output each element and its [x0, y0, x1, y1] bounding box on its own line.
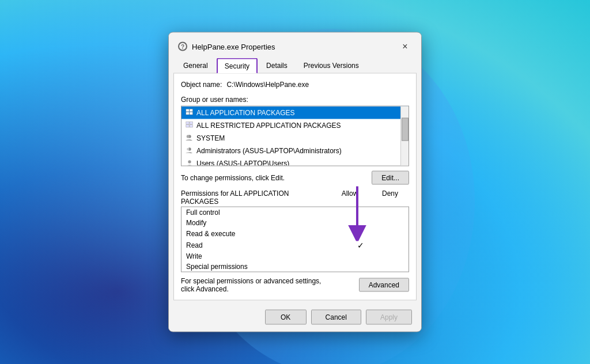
permissions-box: Full control Modify Read & execute ✓ Rea…: [181, 207, 409, 272]
scrollbar[interactable]: [400, 107, 409, 166]
list-item-text: Users (ASUS-LAPTOP\Users): [196, 160, 289, 166]
svg-rect-3: [190, 112, 192, 115]
tab-general[interactable]: General: [176, 58, 215, 73]
list-item-text: ALL RESTRICTED APPLICATION PACKAGES: [196, 122, 341, 130]
perm-row-modify: Modify: [181, 218, 409, 228]
user-list-inner[interactable]: ALL APPLICATION PACKAGES ALL RESTRICTED …: [181, 107, 409, 166]
object-name-label: Object name:: [181, 81, 222, 89]
close-button[interactable]: ×: [398, 40, 412, 54]
properties-dialog: ? HelpPane.exe Properties × General Secu…: [168, 32, 422, 332]
list-item-text: ALL APPLICATION PACKAGES: [196, 109, 295, 117]
perm-row-special: Special permissions: [181, 261, 409, 272]
perm-allow: ✓: [346, 229, 375, 238]
user-list[interactable]: ALL APPLICATION PACKAGES ALL RESTRICTED …: [181, 106, 409, 166]
svg-point-9: [187, 135, 190, 138]
perm-row-read-execute: Read & execute ✓: [181, 228, 409, 240]
perm-name: Special permissions: [186, 263, 346, 271]
list-item-text: SYSTEM: [196, 134, 225, 142]
title-bar: ? HelpPane.exe Properties ×: [169, 33, 421, 54]
perm-allow: ✓: [346, 241, 375, 250]
svg-point-12: [188, 160, 191, 163]
svg-rect-0: [186, 109, 189, 111]
deny-col-label: Deny: [376, 189, 404, 198]
list-item[interactable]: SYSTEM: [181, 132, 409, 145]
change-perms-text: To change permissions, click Edit.: [181, 174, 285, 182]
dialog-footer: OK Cancel Apply: [169, 305, 421, 332]
permissions-label-area: Permissions for ALL APPLICATION PACKAGES…: [181, 189, 409, 206]
svg-rect-5: [186, 125, 189, 127]
tab-previous-versions[interactable]: Previous Versions: [296, 58, 366, 73]
user-icon: [185, 146, 194, 156]
perm-name: Read & execute: [186, 230, 346, 238]
svg-rect-2: [190, 109, 192, 111]
permissions-label: Permissions for ALL APPLICATION PACKAGES: [181, 189, 296, 206]
edit-button[interactable]: Edit...: [372, 171, 409, 185]
allow-col-label: Allow: [335, 189, 364, 198]
cancel-button[interactable]: Cancel: [311, 310, 361, 325]
tab-content: Object name: C:\Windows\HelpPane.exe Gro…: [173, 73, 417, 301]
object-name-value: C:\Windows\HelpPane.exe: [226, 81, 309, 89]
list-item[interactable]: Administrators (ASUS-LAPTOP\Administrato…: [181, 145, 409, 157]
change-perms-row: To change permissions, click Edit. Edit.…: [181, 171, 409, 185]
svg-rect-4: [186, 122, 189, 124]
tab-details[interactable]: Details: [259, 58, 295, 73]
list-item[interactable]: ALL APPLICATION PACKAGES: [181, 107, 409, 119]
user-icon: [185, 121, 194, 130]
dialog-icon: ?: [178, 42, 187, 51]
advanced-section: For special permissions or advanced sett…: [181, 277, 409, 293]
svg-rect-1: [186, 112, 189, 115]
perm-name: Write: [186, 252, 346, 260]
perm-row-read: Read ✓: [181, 240, 409, 251]
advanced-text: For special permissions or advanced sett…: [181, 277, 331, 293]
user-icon: [185, 159, 194, 166]
dialog-title: HelpPane.exe Properties: [192, 42, 394, 51]
perm-row-full-control: Full control: [181, 207, 409, 218]
tab-security[interactable]: Security: [217, 58, 258, 74]
perm-col-labels: Allow Deny: [335, 189, 404, 198]
user-icon: [185, 108, 194, 117]
perm-name: Modify: [186, 219, 346, 227]
svg-point-11: [187, 148, 189, 150]
perm-name: Full control: [186, 208, 346, 217]
permissions-section: Permissions for ALL APPLICATION PACKAGES…: [181, 189, 409, 293]
svg-rect-6: [190, 122, 192, 124]
apply-button[interactable]: Apply: [366, 310, 412, 325]
ok-button[interactable]: OK: [265, 310, 307, 325]
list-item-text: Administrators (ASUS-LAPTOP\Administrato…: [196, 147, 342, 155]
list-item[interactable]: Users (ASUS-LAPTOP\Users): [181, 157, 409, 166]
group-users-label: Group or user names:: [181, 96, 409, 104]
svg-rect-7: [190, 125, 192, 127]
advanced-button[interactable]: Advanced: [359, 278, 409, 292]
user-icon: [185, 134, 194, 143]
scrollbar-thumb[interactable]: [402, 118, 409, 141]
perm-name: Read: [186, 241, 346, 249]
perm-row-write: Write: [181, 251, 409, 261]
object-name-row: Object name: C:\Windows\HelpPane.exe: [181, 81, 409, 89]
list-item[interactable]: ALL RESTRICTED APPLICATION PACKAGES: [181, 119, 409, 132]
tab-bar: General Security Details Previous Versio…: [169, 54, 421, 73]
